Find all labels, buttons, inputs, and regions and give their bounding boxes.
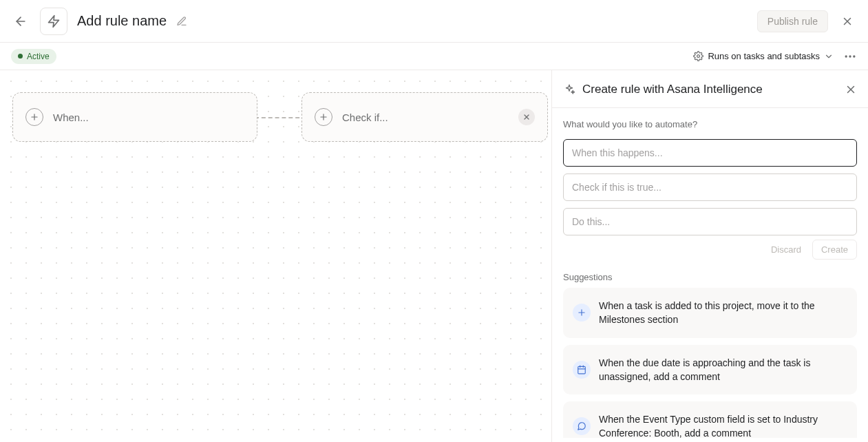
svg-point-7 [853,55,855,57]
close-icon [522,113,531,121]
close-icon [841,15,854,28]
edit-title-button[interactable] [176,16,187,27]
close-panel-button[interactable] [845,83,857,96]
plus-icon [30,112,39,122]
main-area: When... Check if... Create rule with Asa… [0,70,868,442]
node-connector [255,117,306,118]
condition-node[interactable]: Check if... [301,92,548,142]
suggestion-item[interactable]: When a task is added to this project, mo… [563,288,857,338]
create-button[interactable]: Create [812,240,857,260]
svg-point-5 [845,55,847,57]
suggestion-text: When a task is added to this project, mo… [599,299,847,327]
arrow-left-icon [14,14,28,28]
suggestion-item[interactable]: When the Event Type custom field is set … [563,401,857,438]
action-input[interactable] [563,208,857,235]
rule-icon [40,8,67,35]
plus-icon [573,304,591,322]
discard-button[interactable]: Discard [765,240,807,260]
rule-title[interactable]: Add rule name [77,13,167,29]
svg-point-4 [697,55,700,58]
runs-on-dropdown[interactable]: Runs on tasks and subtasks [693,51,834,61]
more-options-button[interactable] [843,50,857,63]
gear-icon [693,51,703,61]
suggestion-text: When the due date is approaching and the… [599,356,847,384]
pencil-icon [176,16,187,27]
trigger-node-label: When... [53,112,89,123]
more-horizontal-icon [843,50,857,63]
status-label: Active [27,52,50,61]
cal-icon [573,361,591,379]
prompt-label: What would you like to automate? [563,119,857,129]
panel-title: Create rule with Asana Intelligence [582,83,763,96]
plus-icon [319,112,328,122]
trigger-input[interactable] [563,139,857,167]
status-chip[interactable]: Active [11,49,56,64]
rule-canvas[interactable]: When... Check if... [0,70,551,442]
runs-on-label: Runs on tasks and subtasks [708,51,820,61]
ai-panel: Create rule with Asana Intelligence What… [551,70,868,442]
condition-node-label: Check if... [342,112,388,123]
top-bar: Add rule name Publish rule [0,0,868,43]
add-condition-icon [315,108,332,126]
trigger-node[interactable]: When... [12,92,257,142]
svg-rect-18 [578,366,586,374]
suggestions-list: When a task is added to this project, mo… [552,288,868,438]
bolt-icon [47,14,61,28]
chevron-down-icon [824,52,834,61]
suggestions-label: Suggestions [552,272,868,288]
remove-condition-button[interactable] [518,109,535,125]
svg-marker-1 [49,15,59,27]
back-button[interactable] [11,12,30,31]
svg-point-6 [849,55,851,57]
chat-icon [573,417,591,435]
status-dot-icon [18,54,23,59]
publish-rule-button[interactable]: Publish rule [757,10,828,32]
add-trigger-icon [25,108,43,126]
suggestion-text: When the Event Type custom field is set … [599,412,847,438]
condition-input[interactable] [563,173,857,201]
close-icon [845,83,857,96]
close-editor-button[interactable] [838,12,857,31]
sparkle-icon [563,83,575,96]
suggestion-item[interactable]: When the due date is approaching and the… [563,345,857,395]
sub-header: Active Runs on tasks and subtasks [0,43,868,70]
